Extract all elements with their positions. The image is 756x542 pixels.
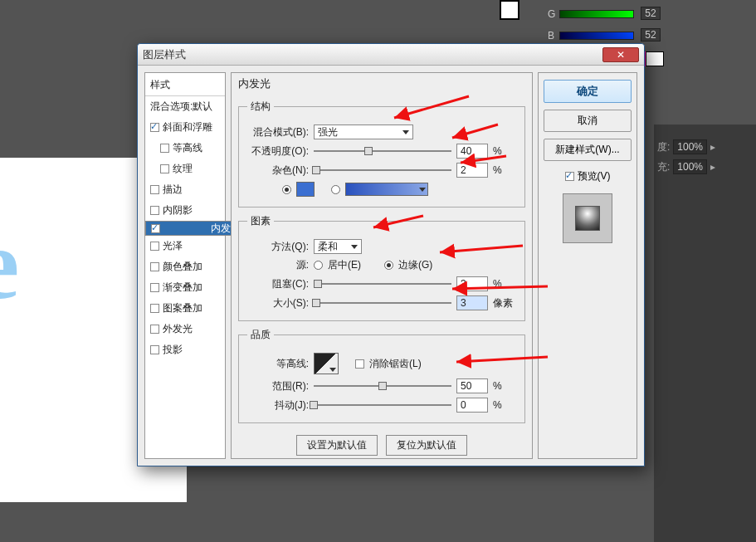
group-structure: 结构 混合模式(B): 强光 不透明度(O): 40 % 杂色(N): 2 % (238, 100, 525, 208)
chevron-down-icon[interactable]: ▸ (710, 161, 715, 173)
b-label: B (548, 30, 554, 42)
sidebar-item-drop-shadow[interactable]: 投影 (145, 339, 225, 360)
g-bar (559, 10, 634, 18)
unit-pct: % (493, 278, 516, 290)
close-button[interactable]: ✕ (602, 47, 639, 62)
checkbox-icon[interactable] (150, 206, 159, 215)
size-slider[interactable] (314, 298, 451, 308)
sidebar-item-inner-glow[interactable]: 内发光 (145, 221, 245, 236)
dialog-buttons: 确定 取消 新建样式(W)... ✓预览(V) (538, 72, 637, 459)
size-label: 大小(S): (247, 296, 309, 310)
reset-default-button[interactable]: 复位为默认值 (386, 435, 467, 456)
sidebar-blend-default[interactable]: 混合选项:默认 (145, 96, 225, 117)
sidebar-item-gradient-overlay[interactable]: 渐变叠加 (145, 277, 225, 298)
source-label: 源: (247, 258, 309, 272)
contour-label: 等高线: (247, 357, 309, 371)
fill-drop[interactable]: 100% (673, 159, 707, 174)
checkbox-icon[interactable] (151, 224, 160, 233)
preview-label: 预览(V) (578, 169, 611, 183)
checkbox-icon[interactable] (160, 144, 169, 153)
checkbox-icon[interactable] (150, 283, 159, 292)
sidebar-item-stroke[interactable]: 描边 (145, 179, 225, 200)
noise-slider[interactable] (314, 165, 451, 175)
checkbox-icon[interactable] (150, 242, 159, 251)
legend-structure: 结构 (247, 100, 274, 114)
opacity-drop[interactable]: 100% (673, 139, 707, 154)
unit-pct: % (493, 164, 516, 176)
opacity-label: 不透明度(O): (247, 144, 309, 159)
chevron-down-icon[interactable]: ▸ (710, 141, 715, 153)
blend-mode-select[interactable]: 强光 (314, 125, 413, 139)
choke-value[interactable]: 3 (456, 276, 488, 291)
antialias-label: 消除锯齿(L) (369, 357, 422, 371)
preview-checkbox[interactable]: ✓ (565, 172, 574, 181)
jitter-label: 抖动(J): (247, 398, 309, 413)
radio-solid-color[interactable] (282, 185, 291, 194)
opacity-value[interactable]: 40 (456, 144, 488, 159)
choke-slider[interactable] (314, 279, 451, 289)
canvas-text: e (0, 208, 19, 322)
preview-box (563, 193, 612, 243)
source-edge-label: 边缘(G) (398, 258, 432, 272)
swatch-white (646, 51, 664, 66)
sidebar-item-bevel[interactable]: 斜面和浮雕 (145, 117, 225, 138)
checkbox-icon[interactable] (150, 123, 159, 132)
gradient-swatch[interactable] (345, 183, 428, 196)
checkbox-icon[interactable] (150, 304, 159, 313)
checkbox-icon[interactable] (160, 164, 169, 173)
bg-swatch (500, 0, 519, 20)
g-val: 52 (641, 7, 661, 20)
antialias-checkbox[interactable] (355, 359, 364, 369)
new-style-button[interactable]: 新建样式(W)... (544, 139, 632, 161)
unit-px: 像素 (493, 296, 516, 310)
sidebar-item-outer-glow[interactable]: 外发光 (145, 319, 225, 339)
choke-label: 阻塞(C): (247, 277, 309, 291)
range-value[interactable]: 50 (456, 378, 488, 393)
checkbox-icon[interactable] (150, 325, 159, 334)
radio-edge[interactable] (384, 261, 393, 270)
blend-mode-label: 混合模式(B): (247, 125, 309, 139)
contour-picker[interactable] (314, 353, 339, 374)
b-bar (559, 32, 634, 40)
sidebar-item-color-overlay[interactable]: 颜色叠加 (145, 256, 225, 277)
make-default-button[interactable]: 设置为默认值 (296, 435, 378, 456)
sidebar-item-texture[interactable]: 纹理 (145, 159, 225, 179)
cancel-button[interactable]: 取消 (544, 110, 632, 132)
dialog-title: 图层样式 (143, 47, 186, 62)
opacity-slider[interactable] (314, 146, 451, 156)
layer-style-dialog: 图层样式 ✕ 样式 混合选项:默认 斜面和浮雕 等高线 纹理 描边 内阴影 内发… (137, 43, 645, 466)
right-panel: 度:100%▸ 充:100%▸ (654, 125, 756, 542)
titlebar[interactable]: 图层样式 ✕ (138, 44, 644, 66)
styles-sidebar: 样式 混合选项:默认 斜面和浮雕 等高线 纹理 描边 内阴影 内发光 光泽 颜色… (144, 72, 226, 459)
noise-value[interactable]: 2 (456, 163, 488, 178)
color-swatch[interactable] (296, 182, 315, 197)
sidebar-item-inner-shadow[interactable]: 内阴影 (145, 200, 225, 221)
checkbox-icon[interactable] (150, 262, 159, 271)
unit-pct: % (493, 380, 516, 392)
technique-select[interactable]: 柔和 (314, 239, 362, 254)
legend-elements: 图素 (247, 214, 274, 228)
sidebar-item-pattern-overlay[interactable]: 图案叠加 (145, 298, 225, 319)
fill-lbl: 充: (657, 160, 670, 174)
range-slider[interactable] (314, 381, 451, 391)
sidebar-item-satin[interactable]: 光泽 (145, 236, 225, 256)
jitter-slider[interactable] (314, 400, 451, 410)
checkbox-icon[interactable] (150, 185, 159, 194)
sidebar-item-contour[interactable]: 等高线 (145, 138, 225, 159)
range-label: 范围(R): (247, 379, 309, 393)
size-value[interactable]: 3 (456, 295, 488, 310)
noise-label: 杂色(N): (247, 164, 309, 178)
radio-center[interactable] (314, 261, 323, 270)
group-elements: 图素 方法(Q): 柔和 源: 居中(E) 边缘(G) 阻塞(C): 3 % (238, 214, 525, 321)
technique-label: 方法(Q): (247, 240, 309, 254)
radio-gradient[interactable] (331, 185, 340, 194)
panel-title: 内发光 (238, 76, 525, 91)
checkbox-icon[interactable] (150, 345, 159, 354)
ok-button[interactable]: 确定 (544, 80, 632, 103)
g-label: G (548, 8, 555, 20)
preview-swatch (575, 206, 600, 231)
sidebar-header[interactable]: 样式 (145, 75, 225, 96)
jitter-value[interactable]: 0 (456, 398, 488, 413)
source-center-label: 居中(E) (328, 258, 361, 272)
chevron-down-icon (351, 245, 358, 249)
